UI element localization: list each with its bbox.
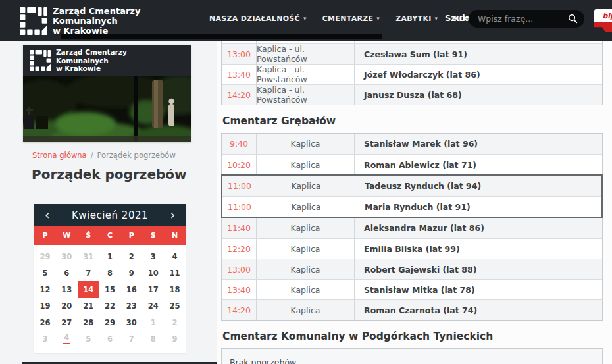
time-cell: 13:40 — [222, 280, 256, 299]
time-cell: 13:00 — [222, 259, 256, 279]
sidebar-brand-card: Zarząd Cmentarzy Komunalnych w Krakowie — [23, 45, 191, 142]
calendar-day[interactable]: 20 — [56, 298, 78, 314]
calendar-day-underlined: 4 — [63, 333, 70, 344]
calendar-day[interactable]: 11 — [164, 265, 186, 281]
calendar-day[interactable]: 30 — [120, 314, 142, 330]
calendar-day[interactable]: 1 — [142, 314, 164, 330]
calendar-day[interactable]: 28 — [78, 314, 99, 330]
deceased-cell: Stanisław Marek (lat 96) — [355, 134, 602, 154]
deceased-cell: Stanisław Mitka (lat 78) — [355, 280, 602, 299]
brand-line: Komunalnych — [56, 57, 127, 65]
location-cell: Kaplica - ul. Powstańców — [256, 65, 355, 84]
table-row: 14:20Kaplica - ul. PowstańcówJanusz Dusz… — [222, 84, 602, 105]
calendar-day-grid: 2930311234567891011121314151617181920212… — [34, 245, 186, 353]
calendar-day[interactable]: 9 — [120, 265, 142, 281]
calendar-week-row: 12131415161718 — [34, 281, 186, 298]
calendar-day[interactable]: 16 — [120, 281, 142, 298]
breadcrumb-separator: / — [91, 151, 93, 160]
breadcrumb: Strona główna / Porządek pogrzebów — [32, 151, 176, 160]
calendar-day[interactable]: 29 — [34, 248, 56, 265]
calendar-day[interactable]: 1 — [99, 248, 121, 265]
location-cell: Kaplica — [256, 155, 355, 174]
calendar-day[interactable]: 3 — [142, 248, 164, 265]
calendar-day[interactable]: 9 — [164, 330, 186, 347]
time-cell: 11:00 — [222, 176, 257, 196]
top-header: Zarząd Cmentarzy Komunalnych w Krakowie … — [0, 0, 612, 41]
calendar-day[interactable]: 4 — [56, 330, 78, 347]
nav-item[interactable]: NASZA DZIAŁALNOŚĆ▾ — [209, 14, 307, 23]
calendar-day[interactable]: 17 — [142, 281, 164, 298]
brand-line: Zarząd Cmentarzy — [56, 48, 127, 57]
calendar-day[interactable]: 14 — [78, 281, 99, 298]
nav-item[interactable]: CMENTARZE▾ — [322, 14, 380, 23]
calendar-week-row: 567891011 — [34, 265, 186, 281]
deceased-cell: Roman Ablewicz (lat 71) — [355, 155, 602, 174]
time-cell: 9:40 — [222, 134, 256, 154]
table-row: 13:00KaplicaRobert Gajewski (lat 88) — [222, 259, 602, 279]
weekday-label: P — [120, 226, 142, 245]
calendar-day[interactable]: 21 — [78, 298, 99, 314]
breadcrumb-home-link[interactable]: Strona główna — [32, 151, 87, 160]
calendar-day[interactable]: 6 — [99, 330, 121, 347]
calendar-day[interactable]: 25 — [164, 298, 186, 314]
nav-item[interactable]: ZABYTKI▾ — [395, 14, 438, 23]
time-cell: 13:00 — [222, 44, 256, 64]
calendar-day[interactable]: 3 — [34, 330, 56, 347]
calendar-day[interactable]: 26 — [34, 314, 56, 330]
calendar-day[interactable]: 8 — [99, 265, 121, 281]
calendar-day[interactable]: 5 — [34, 265, 56, 281]
calendar-day[interactable]: 13 — [56, 281, 78, 298]
calendar-day[interactable]: 2 — [164, 314, 186, 330]
section-title: Cmentarz Komunalny w Podgórkach Tyniecki… — [222, 330, 603, 342]
bip-logo[interactable]: bip — [594, 9, 612, 32]
search-input[interactable] — [478, 14, 568, 24]
table-row: 11:00KaplicaTadeusz Rynduch (lat 94) — [222, 176, 601, 196]
deceased-cell: Józef Włodarczyk (lat 86) — [355, 65, 602, 84]
calendar-day[interactable]: 2 — [120, 248, 142, 265]
table-row: 13:40Kaplica - ul. PowstańcówJózef Włoda… — [222, 64, 602, 84]
calendar-day[interactable]: 31 — [78, 248, 99, 265]
site-logo[interactable]: Zarząd Cmentarzy Komunalnych w Krakowie — [20, 6, 140, 36]
calendar-next-button[interactable]: › — [168, 209, 176, 221]
calendar-day[interactable]: 18 — [164, 281, 186, 298]
weekday-label: S — [142, 226, 164, 245]
calendar-day[interactable]: 15 — [99, 281, 121, 298]
breadcrumb-current: Porządek pogrzebów — [97, 151, 176, 160]
calendar-day[interactable]: 29 — [99, 314, 121, 330]
location-cell: Kaplica — [256, 259, 355, 279]
time-cell: 11:00 — [222, 197, 257, 217]
brand-line: Komunalnych — [53, 16, 140, 26]
calendar-day[interactable]: 6 — [56, 265, 78, 281]
calendar-day[interactable]: 8 — [142, 330, 164, 347]
calendar-day[interactable]: 30 — [56, 248, 78, 265]
cemetery-photo — [23, 76, 191, 142]
calendar-header: ‹ Kwiecień 2021 › — [34, 204, 186, 226]
calendar-day[interactable]: 4 — [164, 248, 186, 265]
location-cell: Kaplica — [256, 134, 355, 154]
calendar-day[interactable]: 7 — [78, 265, 99, 281]
calendar-week-row: 3456789 — [34, 330, 186, 347]
chevron-down-icon: ▾ — [303, 15, 307, 22]
table-row: 10:20KaplicaRoman Ablewicz (lat 71) — [222, 154, 602, 174]
location-cell: Kaplica — [256, 280, 355, 299]
time-cell: 13:40 — [222, 65, 256, 84]
highlighted-row-group: 11:00KaplicaTadeusz Rynduch (lat 94)11:0… — [221, 174, 603, 218]
location-cell: Kaplica — [256, 300, 355, 320]
calendar-day[interactable]: 10 — [142, 265, 164, 281]
calendar-day[interactable]: 22 — [99, 298, 121, 314]
calendar-day[interactable]: 23 — [120, 298, 142, 314]
calendar-day[interactable]: 19 — [34, 298, 56, 314]
chevron-down-icon: ▾ — [435, 15, 438, 22]
time-cell: 11:40 — [222, 218, 256, 238]
deceased-cell: Maria Rynduch (lat 91) — [355, 197, 601, 217]
calendar-day[interactable]: 5 — [78, 330, 99, 347]
calendar-day[interactable]: 12 — [34, 281, 56, 298]
location-cell: Kaplica - ul. Powstańców — [256, 44, 355, 64]
search-icon[interactable] — [568, 14, 578, 24]
deceased-cell: Czesława Sum (lat 91) — [355, 44, 602, 64]
calendar-day[interactable]: 27 — [56, 314, 78, 330]
table-row: 13:40KaplicaStanisław Mitka (lat 78) — [222, 279, 602, 299]
calendar-prev-button[interactable]: ‹ — [43, 209, 51, 221]
calendar-day[interactable]: 7 — [120, 330, 142, 347]
calendar-day[interactable]: 24 — [142, 298, 164, 314]
